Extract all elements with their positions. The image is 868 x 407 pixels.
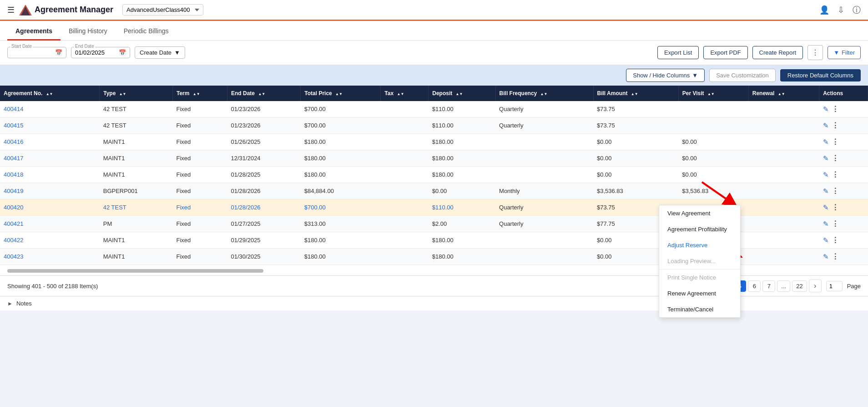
header-icons: 👤 ⇩ ⓘ: [819, 5, 861, 15]
edit-button[interactable]: ✎: [823, 154, 829, 163]
col-bill-frequency[interactable]: Bill Frequency ▲▼: [495, 86, 593, 101]
context-menu-adjust-reserve[interactable]: Adjust Reserve: [659, 237, 740, 253]
showhide-bar: Show / Hide Columns ▼ Save Customization…: [0, 65, 868, 86]
sort-icon: ▲▼: [119, 92, 126, 96]
notes-label: Notes: [16, 300, 32, 307]
edit-button[interactable]: ✎: [823, 105, 829, 113]
actions-cell: ✎⋮: [819, 117, 868, 134]
row-more-button[interactable]: ⋮: [832, 236, 839, 244]
show-hide-columns-button[interactable]: Show / Hide Columns ▼: [626, 69, 705, 82]
notes-expand-icon: ►: [7, 300, 13, 307]
create-report-button[interactable]: Create Report: [752, 46, 803, 59]
actions-cell: ✎⋮: [819, 101, 868, 117]
horizontal-scrollbar[interactable]: [7, 269, 263, 273]
row-more-button[interactable]: ⋮: [832, 105, 839, 113]
download-icon[interactable]: ⇩: [838, 5, 844, 15]
table-row: 400419BGPERP001Fixed01/28/2026$84,884.00…: [0, 183, 868, 199]
col-term[interactable]: Term ▲▼: [172, 86, 227, 101]
col-actions: Actions: [819, 86, 868, 101]
hamburger-menu[interactable]: ☰: [7, 5, 15, 15]
context-menu-loading-preview: Loading Preview...: [659, 253, 740, 269]
tab-billing-history[interactable]: Billing History: [61, 21, 116, 41]
col-agreement-no[interactable]: Agreement No. ▲▼: [0, 86, 100, 101]
context-menu-terminate-cancel[interactable]: Terminate/Cancel: [659, 301, 740, 310]
logo-icon: [19, 5, 32, 15]
end-date-wrap[interactable]: End Date 📅: [71, 47, 130, 58]
col-tax[interactable]: Tax ▲▼: [381, 86, 429, 101]
col-bill-amount[interactable]: Bill Amount ▲▼: [593, 86, 678, 101]
row-more-button[interactable]: ⋮: [832, 187, 839, 195]
row-more-button[interactable]: ⋮: [832, 219, 839, 228]
actions-cell: ✎⋮: [819, 150, 868, 167]
app-title: Agreement Manager: [35, 5, 113, 15]
chevron-down-icon: ▼: [174, 49, 180, 56]
sort-icon: ▲▼: [397, 92, 404, 96]
sort-icon: ▲▼: [540, 92, 548, 96]
page-22-button[interactable]: 22: [792, 280, 807, 292]
create-date-button[interactable]: Create Date ▼: [135, 46, 185, 59]
context-menu-renew-agreement[interactable]: Renew Agreement: [659, 285, 740, 301]
row-more-button[interactable]: ⋮: [832, 252, 839, 261]
actions-cell: ✎⋮: [819, 167, 868, 183]
page-6-button[interactable]: 6: [748, 280, 761, 292]
next-page-button[interactable]: ›: [809, 280, 822, 292]
edit-button[interactable]: ✎: [823, 220, 829, 228]
actions-cell: ✎⋮: [819, 134, 868, 150]
more-options-button[interactable]: ⋮: [807, 45, 823, 60]
edit-button[interactable]: ✎: [823, 171, 829, 179]
sort-icon: ▲▼: [335, 92, 343, 96]
row-more-button[interactable]: ⋮: [832, 170, 839, 179]
app-header: ☰ Agreement Manager AdvancedUserClass400…: [0, 0, 868, 21]
filter-button[interactable]: ▼ Filter: [828, 46, 861, 59]
edit-button[interactable]: ✎: [823, 122, 829, 130]
col-type[interactable]: Type ▲▼: [100, 86, 173, 101]
table-row: 40041442 TESTFixed01/23/2026$700.00$110.…: [0, 101, 868, 117]
chevron-down-icon: ▼: [692, 72, 698, 79]
col-per-visit[interactable]: Per Visit ▲▼: [678, 86, 748, 101]
actions-cell: ✎⋮: [819, 199, 868, 216]
page-7-button[interactable]: 7: [762, 280, 775, 292]
context-menu-print-single-notice: Print Single Notice: [659, 270, 740, 285]
edit-button[interactable]: ✎: [823, 236, 829, 244]
row-more-button[interactable]: ⋮: [832, 137, 839, 146]
context-menu-agreement-profitability[interactable]: Agreement Profitability: [659, 221, 740, 237]
tab-agreements[interactable]: Agreements: [7, 21, 61, 41]
start-date-input[interactable]: [11, 49, 52, 56]
col-deposit[interactable]: Deposit ▲▼: [429, 86, 495, 101]
row-more-button[interactable]: ⋮: [832, 154, 839, 163]
context-menu-view-agreement[interactable]: View Agreement: [659, 205, 740, 221]
filter-icon: ▼: [833, 49, 839, 56]
user-icon[interactable]: 👤: [819, 5, 829, 15]
row-more-button[interactable]: ⋮: [832, 203, 839, 212]
sort-icon: ▲▼: [46, 92, 53, 96]
start-date-label: Start Date: [10, 44, 33, 49]
save-customization-button[interactable]: Save Customization: [709, 69, 776, 82]
edit-button[interactable]: ✎: [823, 253, 829, 261]
edit-button[interactable]: ✎: [823, 204, 829, 212]
tab-bar: Agreements Billing History Periodic Bill…: [0, 21, 868, 41]
actions-cell: ✎⋮: [819, 232, 868, 249]
col-renewal[interactable]: Renewal ▲▼: [748, 86, 819, 101]
help-icon[interactable]: ⓘ: [853, 5, 861, 15]
tab-periodic-billings[interactable]: Periodic Billings: [116, 21, 177, 41]
row-more-button[interactable]: ⋮: [832, 121, 839, 130]
table-row: 400418MAINT1Fixed01/28/2025$180.00$180.0…: [0, 167, 868, 183]
export-pdf-button[interactable]: Export PDF: [703, 46, 747, 59]
edit-button[interactable]: ✎: [823, 138, 829, 146]
sort-icon: ▲▼: [707, 92, 715, 96]
edit-button[interactable]: ✎: [823, 187, 829, 195]
page-number-input[interactable]: [826, 281, 843, 291]
start-date-calendar-icon[interactable]: 📅: [55, 49, 62, 56]
export-list-button[interactable]: Export List: [657, 46, 699, 59]
col-end-date[interactable]: End Date ▲▼: [227, 86, 301, 101]
end-date-calendar-icon[interactable]: 📅: [119, 49, 126, 56]
context-menu: View Agreement Agreement Profitability A…: [659, 205, 741, 310]
end-date-label: End Date: [74, 44, 95, 49]
start-date-wrap[interactable]: Start Date 📅: [7, 47, 66, 58]
end-date-input[interactable]: [75, 49, 116, 56]
account-selector[interactable]: AdvancedUserClass400: [122, 4, 203, 15]
restore-default-columns-button[interactable]: Restore Default Columns: [780, 69, 861, 81]
col-total-price[interactable]: Total Price ▲▼: [301, 86, 381, 101]
sort-icon: ▲▼: [778, 92, 785, 96]
showing-text: Showing 401 - 500 of 2188 Item(s): [7, 283, 98, 290]
